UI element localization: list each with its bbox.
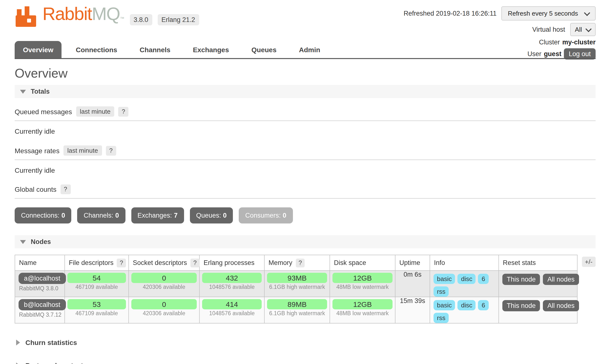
count-value: 0 (115, 212, 119, 219)
disk-cell: 12GB48MB low watermark (330, 271, 395, 297)
proc-cell: 4321048576 available (199, 271, 264, 297)
section-ports-and-contexts[interactable]: Ports and contexts (16, 362, 596, 364)
brand-rabbit: Rabbit (42, 4, 92, 24)
section-churn-statistics[interactable]: Churn statistics (16, 339, 596, 346)
node-row-b: b@localhost RabbitMQ 3.7.12 53467109 ava… (15, 297, 577, 323)
global-counts-row: Global counts ? (15, 182, 596, 199)
reset-stats-cell: This node All nodes (499, 297, 577, 323)
virtual-host-label: Virtual host (532, 26, 565, 33)
node-name-badge[interactable]: b@localhost (19, 299, 66, 310)
info-cell: basic disc 6 rss (430, 271, 499, 297)
memory-cell: 93MB6.1GB high watermark (264, 271, 330, 297)
queues-count-pill: Queues:0 (190, 207, 233, 223)
col-uptime: Uptime (395, 255, 430, 271)
toggle-columns-button[interactable]: +/- (582, 257, 595, 267)
queued-status: Currently idle (15, 127, 596, 135)
brand-mq: MQ (92, 4, 120, 24)
virtual-host-value: All (575, 26, 582, 33)
queued-messages-label: Queued messages (15, 108, 72, 115)
info-tag-cores: 6 (478, 300, 488, 310)
memory-value: 89MB (267, 299, 327, 309)
help-icon[interactable]: ? (117, 259, 126, 267)
rabbitmq-logo[interactable]: RabbitMQ™ 3.8.0 Erlang 21.2 (15, 6, 199, 27)
message-rates-label: Message rates (15, 147, 60, 154)
message-rates-row: Message rates last minute ? (15, 143, 596, 160)
refresh-interval-select[interactable]: Refresh every 5 seconds (501, 6, 596, 20)
totals-section-header[interactable]: Totals (15, 85, 596, 98)
brand-text: RabbitMQ™ (42, 6, 124, 27)
sd-cell: 0420306 available (129, 297, 199, 323)
info-tag-cores: 6 (478, 274, 488, 284)
count-label: Exchanges: (137, 212, 172, 219)
expand-triangle-icon (16, 340, 20, 345)
connections-count-pill: Connections:0 (15, 207, 72, 223)
rabbitmq-overview-page: RabbitMQ™ 3.8.0 Erlang 21.2 Refreshed 20… (0, 0, 600, 364)
disk-watermark: 48MB low watermark (330, 310, 395, 319)
queued-period-badge[interactable]: last minute (76, 106, 114, 117)
col-reset-stats: Reset stats (499, 255, 577, 271)
tab-admin[interactable]: Admin (291, 41, 329, 58)
node-name-cell: a@localhost RabbitMQ 3.8.0 (15, 271, 65, 297)
count-label: Consumers: (245, 212, 281, 219)
count-label: Connections: (21, 212, 60, 219)
tab-exchanges[interactable]: Exchanges (185, 41, 237, 58)
expand-triangle-icon (16, 363, 20, 364)
help-icon[interactable]: ? (106, 146, 116, 155)
queued-messages-row: Queued messages last minute ? (15, 104, 596, 121)
chevron-down-icon (585, 26, 591, 32)
collapse-triangle-icon (20, 240, 26, 244)
reset-all-nodes-button[interactable]: All nodes (543, 274, 579, 285)
reset-all-nodes-button[interactable]: All nodes (543, 300, 579, 311)
info-tag-disc: disc (458, 274, 476, 284)
col-disk-space: Disk space (330, 255, 395, 271)
nodes-section-header[interactable]: Nodes (15, 235, 596, 248)
disk-value: 12GB (332, 299, 393, 309)
fd-available: 467109 available (65, 284, 128, 292)
node-name-cell: b@localhost RabbitMQ 3.7.12 (15, 297, 65, 323)
help-icon[interactable]: ? (60, 184, 71, 194)
node-version: RabbitMQ 3.8.0 (15, 285, 64, 294)
info-tag-disc: disc (458, 300, 476, 310)
count-value: 0 (62, 212, 65, 219)
memory-cell: 89MB6.1GB high watermark (264, 297, 330, 323)
help-icon[interactable]: ? (296, 259, 305, 267)
info-tag-rss: rss (434, 313, 449, 323)
virtual-host-select[interactable]: All (570, 23, 596, 36)
info-cell: basic disc 6 rss (430, 297, 499, 323)
reset-this-node-button[interactable]: This node (502, 300, 540, 311)
count-value: 0 (223, 212, 227, 219)
tab-channels[interactable]: Channels (131, 41, 179, 58)
main-content: Overview Totals Queued messages last min… (15, 60, 596, 364)
fd-cell: 54467109 available (65, 271, 129, 297)
help-icon[interactable]: ? (190, 259, 200, 267)
node-name-badge[interactable]: a@localhost (19, 273, 66, 284)
node-version: RabbitMQ 3.7.12 (15, 312, 64, 320)
rabbitmq-logo-icon (15, 6, 37, 27)
tab-queues[interactable]: Queues (243, 41, 285, 58)
uptime-cell: 0m 6s (395, 271, 430, 297)
chevron-down-icon (584, 10, 590, 16)
col-info: Info (430, 255, 499, 271)
consumers-count-pill: Consumers:0 (239, 207, 293, 223)
reset-stats-cell: This node All nodes (499, 271, 577, 297)
proc-cell: 4141048576 available (199, 297, 264, 323)
erlang-version-badge: Erlang 21.2 (157, 14, 199, 25)
reset-this-node-button[interactable]: This node (502, 274, 540, 285)
refresh-interval-value: Refresh every 5 seconds (508, 10, 578, 17)
proc-value: 414 (202, 299, 262, 309)
virtual-host-row: Virtual host All (532, 23, 596, 36)
memory-watermark: 6.1GB high watermark (265, 310, 330, 319)
section-label: Churn statistics (25, 339, 77, 346)
rates-period-badge[interactable]: last minute (63, 145, 102, 156)
col-name: Name (15, 255, 65, 271)
proc-available: 1048576 available (200, 310, 264, 319)
tab-overview[interactable]: Overview (15, 41, 62, 58)
info-tag-rss: rss (434, 286, 449, 297)
nodes-table-area: Name File descriptors ? Socket descripto… (15, 255, 596, 324)
global-counts-label: Global counts (15, 185, 56, 193)
count-value: 0 (283, 212, 286, 219)
refreshed-timestamp: Refreshed 2019-02-18 16:26:11 (404, 10, 497, 17)
version-badge: 3.8.0 (130, 14, 152, 25)
help-icon[interactable]: ? (118, 107, 129, 116)
tab-connections[interactable]: Connections (68, 41, 126, 58)
